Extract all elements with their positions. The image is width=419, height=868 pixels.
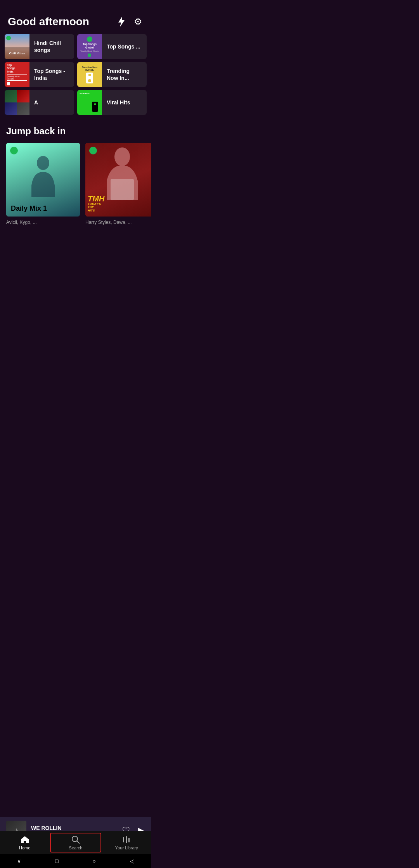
jump-back-scroll[interactable]: Daily Mix 1 Avicii, Kygo, ... [0,143,151,231]
quick-item-trending-india[interactable]: Trending Now INDIA Trending Now In... [77,62,147,87]
thumb-top-songs-india: TopSongsIndia Weekly Music Charts [5,62,29,87]
jump-back-title: Jump back in [0,126,151,143]
jump-card-img-top-hits: TMH TODAY'STOPHITS [85,143,151,217]
jump-card-top-hits[interactable]: TMH TODAY'STOPHITS Harry Styles, Dawa, .… [85,143,151,225]
svg-point-2 [114,147,130,166]
status-bar [0,0,151,11]
quick-item-label-playlist-a: A [29,99,43,106]
jump-card-daily-mix[interactable]: Daily Mix 1 Avicii, Kygo, ... [6,143,80,225]
quick-item-label-hindi-chill: Hindi Chill songs [29,40,74,54]
svg-marker-0 [118,16,125,27]
quick-item-label-top-songs-india: Top Songs - India [29,68,74,81]
jump-card-subtitle-daily-mix: Avicii, Kygo, ... [6,220,80,225]
quick-grid: Chill Vibes Hindi Chill songs Top SongsG… [0,34,151,115]
jump-card-img-daily-mix: Daily Mix 1 [6,143,80,217]
quick-item-viral-hits[interactable]: Viral Hits Viral Hits [77,90,147,115]
thumb-hindi-chill: Chill Vibes [5,34,29,59]
quick-item-hindi-chill[interactable]: Chill Vibes Hindi Chill songs [5,34,74,59]
jump-card-subtitle-top-hits: Harry Styles, Dawa, ... [85,220,151,225]
thumb-playlist-a [5,90,29,115]
page-title: Good afternoon [8,16,89,28]
header: Good afternoon ⚙ [0,11,151,34]
chill-vibes-label: Chill Vibes [9,52,25,55]
thumb-trending-india: Trending Now INDIA [77,62,102,87]
quick-item-label-top-songs-global: Top Songs ... [102,43,145,50]
quick-item-playlist-a[interactable]: A [5,90,74,115]
thumb-viral-hits: Viral Hits [77,90,102,115]
quick-item-top-songs-india[interactable]: TopSongsIndia Weekly Music Charts Top So… [5,62,74,87]
settings-icon[interactable]: ⚙ [133,16,144,27]
svg-point-1 [37,156,49,170]
lightning-icon[interactable] [116,16,126,27]
quick-item-label-trending-india: Trending Now In... [102,68,147,81]
header-icons: ⚙ [116,16,144,27]
svg-rect-3 [111,179,134,200]
quick-item-top-songs-global[interactable]: Top SongsGlobal Weekly Music Charts Top … [77,34,147,59]
quick-item-label-viral-hits: Viral Hits [102,99,135,106]
thumb-top-songs-global: Top SongsGlobal Weekly Music Charts [77,34,102,59]
